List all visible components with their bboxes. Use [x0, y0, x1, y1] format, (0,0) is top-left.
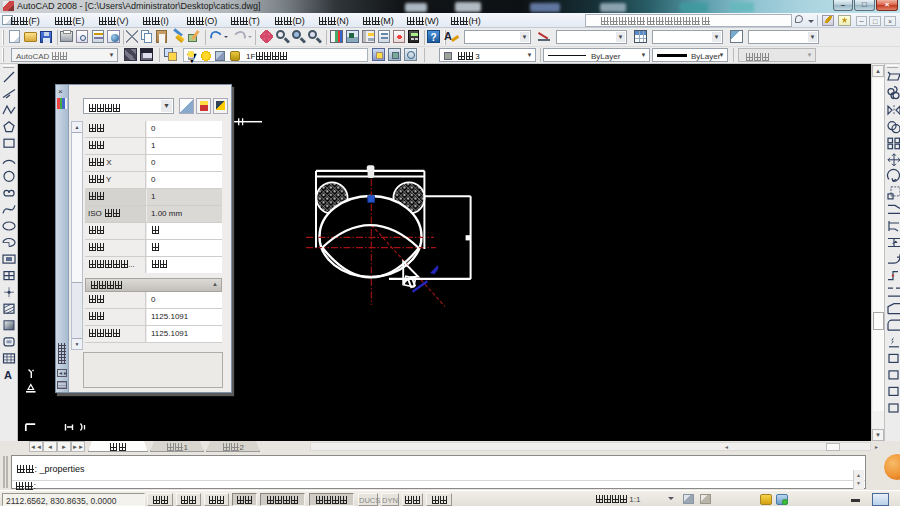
svg-text:A: A: [4, 369, 12, 381]
